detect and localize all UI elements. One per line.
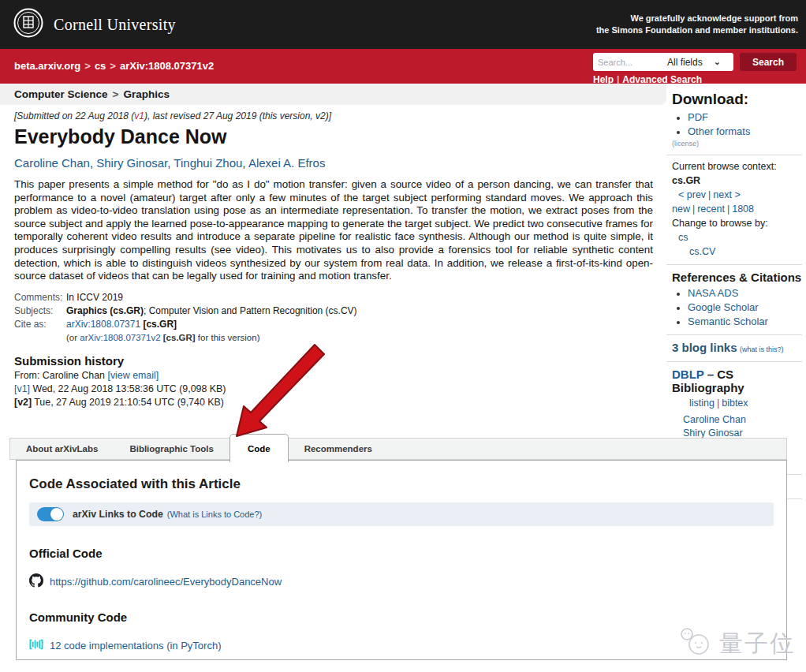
code-panel-heading: Code Associated with this Article xyxy=(29,476,786,492)
page-title: Everybody Dance Now xyxy=(14,125,662,148)
subject-primary[interactable]: Computer Science xyxy=(14,88,108,100)
browse-by-cscv: cs.CV xyxy=(689,246,802,257)
toggle-switch[interactable] xyxy=(37,507,64,521)
references-heading: References & Citations xyxy=(672,271,802,284)
secondary-subjects: ; Computer Vision and Pattern Recognitio… xyxy=(144,305,357,316)
v2-details: Tue, 27 Aug 2019 21:10:54 UTC (9,740 KB) xyxy=(32,397,224,408)
article-metadata: Comments: In ICCV 2019 Subjects: Graphic… xyxy=(14,291,662,344)
v1-version-link[interactable]: [v1] xyxy=(14,383,30,394)
v1-details: Wed, 22 Aug 2018 13:58:36 UTC (9,098 KB) xyxy=(30,383,226,394)
pipe-separator: | xyxy=(727,203,730,215)
license-link[interactable]: (license) xyxy=(672,140,699,147)
what-is-this-link[interactable]: (what is this?) xyxy=(740,345,784,353)
v1-inline-link[interactable]: v1 xyxy=(134,110,144,121)
qbitai-logo-icon xyxy=(677,625,715,663)
breadcrumb-section-link[interactable]: cs xyxy=(95,60,106,72)
download-heading: Download: xyxy=(672,91,802,108)
author-list: Caroline ChanShiry GinosarTinghui ZhouAl… xyxy=(14,156,662,170)
pipe-separator: | xyxy=(708,189,711,200)
author-link[interactable]: Shiry Ginosar xyxy=(96,156,174,170)
license-line: (license) xyxy=(672,140,802,147)
official-code-link[interactable]: https://github.com/carolineec/EverybodyD… xyxy=(50,576,282,588)
search-box: All fields ⌄ xyxy=(593,53,733,71)
red-navbar: beta.arxiv.org>cs>arXiv:1808.07371v2 All… xyxy=(0,49,806,84)
dblp-listing-line: listing|bibtex xyxy=(689,398,802,409)
cs-link[interactable]: cs xyxy=(678,232,688,243)
arxivlabs-tab-strip: About arXivLabs Bibliographic Tools Code… xyxy=(9,438,787,460)
watermark-text: 量子位 xyxy=(719,628,795,660)
references-section: References & Citations NASA ADS Google S… xyxy=(666,264,802,334)
dblp-author-link[interactable]: Caroline Chan xyxy=(683,413,802,427)
paperswithcode-icon xyxy=(29,637,43,654)
breadcrumb: beta.arxiv.org>cs>arXiv:1808.07371v2 xyxy=(14,60,214,72)
arxiv-class: [cs.GR] xyxy=(163,333,196,342)
arxiv-class: [cs.GR] xyxy=(143,319,177,330)
qbitai-watermark: 量子位 xyxy=(677,625,795,663)
from-name: Caroline Chan xyxy=(43,370,108,381)
support-line-1: We gratefully acknowledge support from xyxy=(596,13,798,24)
author-link[interactable]: Caroline Chan xyxy=(14,156,96,170)
author-link[interactable]: Alexei A. Efros xyxy=(248,156,326,170)
archive-link[interactable]: 1808 xyxy=(732,203,754,215)
cite-as-label: Cite as: xyxy=(14,318,66,344)
tab-about-arxivlabs[interactable]: About arXivLabs xyxy=(10,439,114,459)
breadcrumb-article-link[interactable]: arXiv:1808.07371v2 xyxy=(120,60,214,72)
tab-recommenders[interactable]: Recommenders xyxy=(289,439,388,459)
site-header: Cornell University We gratefully acknowl… xyxy=(0,0,806,49)
browse-context-value: cs.GR xyxy=(672,175,802,186)
subject-secondary[interactable]: Graphics xyxy=(123,88,170,100)
dblp-listing-link[interactable]: listing xyxy=(689,398,715,409)
tab-code[interactable]: Code xyxy=(229,434,289,462)
official-code-row: https://github.com/carolineec/EverybodyD… xyxy=(29,573,786,590)
cite-as-row: Cite as: arXiv:1808.07371 [cs.GR] (or ar… xyxy=(14,318,662,344)
what-is-links-to-code-link[interactable]: (What is Links to Code?) xyxy=(167,510,262,519)
view-email-link[interactable]: [view email] xyxy=(107,370,159,381)
tab-bibliographic-tools[interactable]: Bibliographic Tools xyxy=(114,439,229,459)
cscv-link[interactable]: cs.CV xyxy=(689,246,715,257)
pipe-separator: | xyxy=(692,203,695,215)
comments-value: In ICCV 2019 xyxy=(66,291,123,304)
community-code-row: 12 code implementations (in PyTorch) xyxy=(29,637,786,654)
dateline-post: ), last revised 27 Aug 2019 (this versio… xyxy=(144,110,331,121)
search-area: All fields ⌄ Search Help|Advanced Search xyxy=(593,53,797,85)
prev-next-nav: < prev|next > xyxy=(678,189,802,200)
new-link[interactable]: new xyxy=(672,203,690,215)
field-selector-value: All fields xyxy=(667,57,703,68)
history-v2-line: [v2] Tue, 27 Aug 2019 21:10:54 UTC (9,74… xyxy=(14,397,662,408)
field-selector[interactable]: All fields ⌄ xyxy=(667,57,721,68)
cite-as-value: arXiv:1808.07371 [cs.GR] (or arXiv:1808.… xyxy=(66,318,259,344)
cornell-seal-icon xyxy=(13,7,44,42)
recent-link[interactable]: recent xyxy=(697,203,725,215)
arxiv-id-link[interactable]: arXiv:1808.07371 xyxy=(66,319,140,330)
cornell-brand[interactable]: Cornell University xyxy=(13,7,176,42)
history-from-line: From: Caroline Chan [view email] xyxy=(14,370,662,381)
arxiv-version-link[interactable]: arXiv:1808.07371v2 xyxy=(80,333,160,342)
other-formats-link[interactable]: Other formats xyxy=(688,125,750,137)
semantic-scholar-link[interactable]: Semantic Scholar xyxy=(688,315,768,327)
dblp-bibtex-link[interactable]: bibtex xyxy=(722,398,748,409)
download-pdf-link[interactable]: PDF xyxy=(688,111,708,123)
community-code-link[interactable]: 12 code implementations (in PyTorch) xyxy=(50,640,222,651)
cite-this-version: (or arXiv:1808.07371v2 [cs.GR] for this … xyxy=(66,331,259,344)
submission-history-heading: Submission history xyxy=(14,354,662,368)
download-section: Download: PDF Other formats (license) xyxy=(666,85,802,155)
next-link[interactable]: next > xyxy=(713,189,740,200)
prev-link[interactable]: < prev xyxy=(678,189,706,200)
list-item: Semantic Scholar xyxy=(688,315,802,327)
arxiv-abs-page: Cornell University We gratefully acknowl… xyxy=(0,0,806,672)
search-button[interactable]: Search xyxy=(740,53,797,71)
breadcrumb-separator: > xyxy=(110,60,116,72)
breadcrumb-site-link[interactable]: beta.arxiv.org xyxy=(14,60,80,72)
google-scholar-link[interactable]: Google Scholar xyxy=(688,301,759,313)
author-link[interactable]: Tinghui Zhou xyxy=(174,156,248,170)
subject-separator: > xyxy=(113,88,119,100)
breadcrumb-separator: > xyxy=(84,60,91,72)
subjects-label: Subjects: xyxy=(14,304,66,317)
nasa-ads-link[interactable]: NASA ADS xyxy=(688,287,738,299)
search-input[interactable] xyxy=(598,58,666,67)
list-item: NASA ADS xyxy=(688,287,802,299)
blog-links-link[interactable]: 3 blog links xyxy=(672,341,737,354)
comments-row: Comments: In ICCV 2019 xyxy=(14,291,662,304)
article-main: [Submitted on 22 Aug 2018 (v1), last rev… xyxy=(14,105,662,408)
dblp-link[interactable]: DBLP xyxy=(672,368,704,381)
